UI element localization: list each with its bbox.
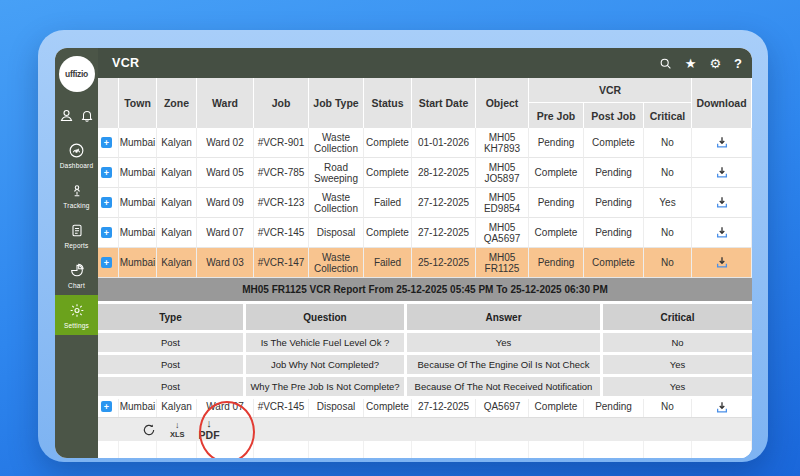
sidebar-item-chart[interactable]: Chart [55,255,98,295]
export-pdf-button[interactable]: ↓ PDF [199,418,220,441]
cell-zone: Kalyan [157,188,197,218]
cell-post-job: Pending [584,158,644,188]
expand-row-button[interactable]: + [101,137,112,148]
cell-status: Complete [364,158,412,188]
cell-job: #VCR-145 [254,399,309,417]
expand-row-button[interactable]: + [101,257,112,268]
cell-critical: No [644,158,692,188]
page-header: VCR ★ ⚙ ? [98,48,752,78]
export-xls-button[interactable]: ↓ XLS [170,421,185,439]
cell-zone: Kalyan [157,399,197,417]
cell-job-type: Waste Collection [309,248,364,278]
sidebar-item-label: Dashboard [60,162,94,169]
cell-town: Mumbai [119,158,157,188]
help-icon[interactable]: ? [734,57,742,70]
cell-ward: Ward 03 [197,248,254,278]
cell-post-job: Pending [584,188,644,218]
report-cell-type: Post [98,355,243,374]
cell-object: MH05 ED9854 [476,188,529,218]
tablet-bezel: uffizio Dashboard Tracking [38,30,768,462]
gear-icon[interactable]: ⚙ [709,57,721,70]
cell-zone: Kalyan [157,248,197,278]
sidebar-item-label: Chart [68,282,85,289]
report-header-answer: Answer [407,304,600,330]
cell-ward: Ward 07 [197,218,254,248]
logo-text: uffizio [65,69,88,79]
cell-job-type: Disposal [309,399,364,417]
column-header-critical: Critical [644,103,692,128]
user-icon[interactable] [59,108,74,123]
cell-post-job: Complete [584,248,644,278]
pie-chart-icon [69,262,85,279]
cell-status: Complete [364,128,412,158]
vcr-report-table: Type Question Answer Critical Post Is Th… [98,301,752,399]
report-cell-type: Post [98,377,243,396]
cell-start-date: 27-12-2025 [412,218,476,248]
cell-job: #VCR-785 [254,158,309,188]
cell-status: Failed [364,248,412,278]
cell-town: Mumbai [119,218,157,248]
expand-row-button[interactable]: + [101,167,112,178]
sidebar-item-tracking[interactable]: Tracking [55,175,98,215]
report-cell-type: Post [98,333,243,352]
report-cell-question: Job Why Not Completed? [246,355,404,374]
download-icon[interactable] [715,136,729,149]
download-icon[interactable] [715,401,729,414]
sidebar-item-label: Tracking [63,202,89,209]
column-header-job: Job [254,78,309,128]
report-header-question: Question [246,304,404,330]
vcr-report-title: MH05 FR1125 VCR Report From 25-12-2025 0… [98,278,752,301]
expand-row-button[interactable]: + [101,401,112,412]
table-row: + Mumbai Kalyan Ward 09 #VCR-123 Waste C… [98,188,752,218]
cell-start-date: 28-12-2025 [412,158,476,188]
cell-start-date: 27-12-2025 [412,399,476,417]
main-content: VCR ★ ⚙ ? Town Zone Ward Job Job Type St… [98,48,752,458]
favorites-star-icon[interactable]: ★ [685,57,697,70]
cell-pre-job: Pending [529,248,584,278]
column-header-job-type: Job Type [309,78,364,128]
sidebar-item-label: Settings [64,322,89,329]
report-cell-answer: Because Of The Engine Oil Is Not Check [407,355,600,374]
download-arrow-icon: ↓ [206,418,212,429]
column-group-header-vcr: VCR [529,78,692,103]
download-icon[interactable] [715,226,729,239]
column-header-start-date: Start Date [412,78,476,128]
column-header-post-job: Post Job [584,103,644,128]
cell-pre-job: Complete [529,218,584,248]
cell-ward: Ward 02 [197,128,254,158]
report-cell-critical: Yes [603,377,752,396]
download-arrow-icon: ↓ [175,421,180,430]
cell-job: #VCR-901 [254,128,309,158]
sidebar-item-dashboard[interactable]: Dashboard [55,135,98,175]
cell-job-type: Disposal [309,218,364,248]
cell-job: #VCR-147 [254,248,309,278]
cell-start-date: 01-01-2026 [412,128,476,158]
table-row: + Mumbai Kalyan Ward 05 #VCR-785 Road Sw… [98,158,752,188]
report-cell-critical: Yes [603,355,752,374]
cell-start-date: 25-12-2025 [412,248,476,278]
download-icon[interactable] [715,166,729,179]
refresh-button[interactable] [142,423,156,437]
cell-town: Mumbai [119,399,157,417]
cell-post-job: Pending [584,399,644,417]
sidebar-item-reports[interactable]: Reports [55,215,98,255]
report-cell-answer: Because Of The Not Received Notification [407,377,600,396]
settings-gear-icon [69,302,85,319]
download-icon[interactable] [715,196,729,209]
cell-zone: Kalyan [157,128,197,158]
sidebar-item-settings[interactable]: Settings [55,295,98,335]
notifications-bell-icon[interactable] [80,108,94,123]
download-icon[interactable] [715,256,729,269]
table-row: + Mumbai Kalyan Ward 02 #VCR-901 Waste C… [98,128,752,158]
cell-job-type: Road Sweeping [309,158,364,188]
cell-status: Failed [364,188,412,218]
expand-row-button[interactable]: + [101,227,112,238]
column-header-object: Object [476,78,529,128]
cell-status: Complete [364,399,412,417]
expand-row-button[interactable]: + [101,197,112,208]
cell-job: #VCR-145 [254,218,309,248]
search-icon[interactable] [659,57,672,70]
cell-pre-job: Pending [529,128,584,158]
cell-job-type: Waste Collection [309,128,364,158]
cell-critical: No [644,248,692,278]
